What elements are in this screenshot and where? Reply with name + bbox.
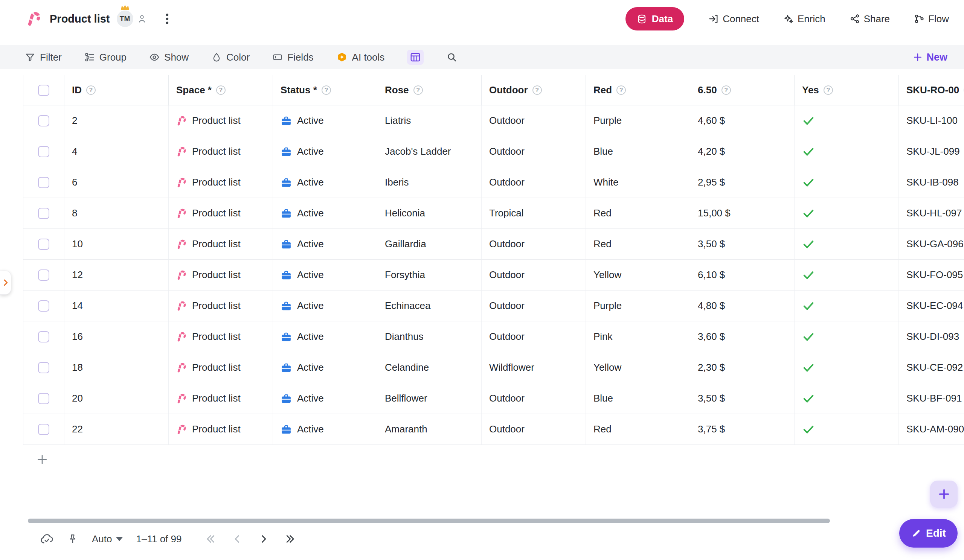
cell-price[interactable]: 2,30 $ xyxy=(690,352,795,383)
cell-name[interactable]: Forsythia xyxy=(377,260,482,290)
cell-status[interactable]: Active xyxy=(273,383,377,414)
row-checkbox[interactable] xyxy=(38,362,49,373)
cell-name[interactable]: Amaranth xyxy=(377,414,482,445)
cell-type[interactable]: Outdoor xyxy=(482,167,586,198)
cell-type[interactable]: Wildflower xyxy=(482,352,586,383)
cell-sku[interactable]: SKU-JL-099 xyxy=(899,136,964,167)
cell-price[interactable]: 4,20 $ xyxy=(690,136,795,167)
cell-id[interactable]: 22 xyxy=(64,414,169,445)
filter-button[interactable]: Filter xyxy=(25,52,62,63)
row-select-cell[interactable] xyxy=(23,383,64,414)
help-icon[interactable]: ? xyxy=(414,85,423,95)
cell-color[interactable]: Red xyxy=(586,414,690,445)
more-menu-button[interactable] xyxy=(160,11,175,26)
cell-color[interactable]: Pink xyxy=(586,321,690,352)
cell-sku[interactable]: SKU-IB-098 xyxy=(899,167,964,198)
row-select-cell[interactable] xyxy=(23,136,64,167)
row-checkbox[interactable] xyxy=(38,300,49,312)
cell-color[interactable]: Purple xyxy=(586,106,690,136)
cell-type[interactable]: Outdoor xyxy=(482,106,586,136)
next-page-button[interactable] xyxy=(256,531,271,547)
row-select-cell[interactable] xyxy=(23,167,64,198)
cell-yes[interactable] xyxy=(795,414,899,445)
fab-add-record-button[interactable] xyxy=(930,480,957,508)
cell-space[interactable]: Product list xyxy=(169,229,273,259)
cell-price[interactable]: 4,80 $ xyxy=(690,291,795,321)
column-header-rose[interactable]: Rose? xyxy=(377,75,482,105)
cell-sku[interactable]: SKU-HL-097 xyxy=(899,198,964,229)
cell-sku[interactable]: SKU-EC-094 xyxy=(899,291,964,321)
cell-sku[interactable]: SKU-AM-090 xyxy=(899,414,964,445)
cell-yes[interactable] xyxy=(795,106,899,136)
sidebar-expand-button[interactable] xyxy=(0,271,11,295)
column-header-price[interactable]: 6.50? xyxy=(690,75,795,105)
color-button[interactable]: Color xyxy=(211,52,250,63)
row-checkbox[interactable] xyxy=(38,146,49,157)
cell-color[interactable]: White xyxy=(586,167,690,198)
row-checkbox[interactable] xyxy=(38,393,49,404)
cell-type[interactable]: Outdoor xyxy=(482,414,586,445)
cell-color[interactable]: Yellow xyxy=(586,260,690,290)
cell-yes[interactable] xyxy=(795,291,899,321)
cell-status[interactable]: Active xyxy=(273,291,377,321)
grid-view-button[interactable] xyxy=(407,50,423,65)
row-checkbox[interactable] xyxy=(38,424,49,435)
cell-space[interactable]: Product list xyxy=(169,291,273,321)
cell-space[interactable]: Product list xyxy=(169,414,273,445)
cell-space[interactable]: Product list xyxy=(169,321,273,352)
cell-price[interactable]: 3,50 $ xyxy=(690,383,795,414)
cell-name[interactable]: Celandine xyxy=(377,352,482,383)
cell-id[interactable]: 10 xyxy=(64,229,169,259)
cell-color[interactable]: Blue xyxy=(586,383,690,414)
cell-space[interactable]: Product list xyxy=(169,383,273,414)
table-row[interactable]: 14 Product list Active Echinacea Outdoor… xyxy=(23,291,964,321)
cell-space[interactable]: Product list xyxy=(169,106,273,136)
row-select-cell[interactable] xyxy=(23,106,64,136)
cell-id[interactable]: 6 xyxy=(64,167,169,198)
column-header-outdoor[interactable]: Outdoor? xyxy=(482,75,586,105)
cell-name[interactable]: Heliconia xyxy=(377,198,482,229)
cell-status[interactable]: Active xyxy=(273,198,377,229)
cell-status[interactable]: Active xyxy=(273,167,377,198)
table-row[interactable]: 18 Product list Active Celandine Wildflo… xyxy=(23,352,964,383)
ai-tools-button[interactable]: AI tools xyxy=(336,52,385,63)
nav-flow-button[interactable]: Flow xyxy=(914,13,949,25)
cell-yes[interactable] xyxy=(795,260,899,290)
cell-yes[interactable] xyxy=(795,383,899,414)
cell-id[interactable]: 8 xyxy=(64,198,169,229)
cell-color[interactable]: Blue xyxy=(586,136,690,167)
column-header-sku[interactable]: SKU-RO-00? xyxy=(899,75,964,105)
cell-status[interactable]: Active xyxy=(273,352,377,383)
row-checkbox[interactable] xyxy=(38,208,49,219)
cell-yes[interactable] xyxy=(795,198,899,229)
search-button[interactable] xyxy=(446,52,458,63)
cell-price[interactable]: 3,75 $ xyxy=(690,414,795,445)
cell-sku[interactable]: SKU-DI-093 xyxy=(899,321,964,352)
cell-yes[interactable] xyxy=(795,167,899,198)
cell-id[interactable]: 20 xyxy=(64,383,169,414)
cell-type[interactable]: Outdoor xyxy=(482,321,586,352)
cell-space[interactable]: Product list xyxy=(169,352,273,383)
avatar[interactable]: TM xyxy=(116,10,134,28)
first-page-button[interactable] xyxy=(204,531,218,547)
column-header-id[interactable]: ID? xyxy=(64,75,169,105)
cell-space[interactable]: Product list xyxy=(169,167,273,198)
cell-price[interactable]: 3,60 $ xyxy=(690,321,795,352)
cell-id[interactable]: 16 xyxy=(64,321,169,352)
cell-type[interactable]: Outdoor xyxy=(482,260,586,290)
horizontal-scrollbar-thumb[interactable] xyxy=(28,519,830,523)
row-checkbox[interactable] xyxy=(38,331,49,342)
cell-sku[interactable]: SKU-LI-100 xyxy=(899,106,964,136)
cell-id[interactable]: 18 xyxy=(64,352,169,383)
cell-name[interactable]: Iberis xyxy=(377,167,482,198)
cloud-sync-button[interactable] xyxy=(40,533,54,545)
pin-button[interactable] xyxy=(67,533,78,545)
cell-id[interactable]: 2 xyxy=(64,106,169,136)
cell-type[interactable]: Outdoor xyxy=(482,229,586,259)
cell-type[interactable]: Tropical xyxy=(482,198,586,229)
cell-status[interactable]: Active xyxy=(273,414,377,445)
cell-space[interactable]: Product list xyxy=(169,136,273,167)
cell-id[interactable]: 4 xyxy=(64,136,169,167)
cell-color[interactable]: Purple xyxy=(586,291,690,321)
help-icon[interactable]: ? xyxy=(322,85,331,95)
